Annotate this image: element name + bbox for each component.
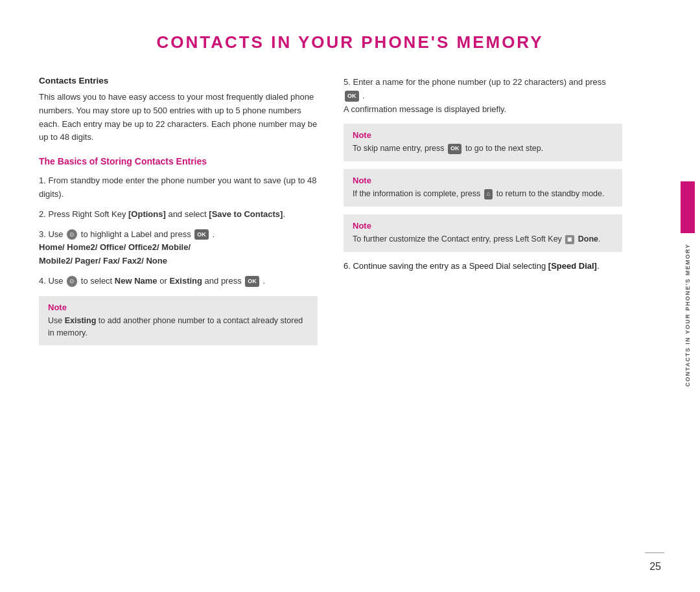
note-box-right-3: Note To further customize the Contact en… [344, 214, 622, 252]
note-left-existing: Existing [65, 316, 97, 325]
steps-list-right: 5. Enter a name for the phone number (up… [344, 76, 622, 116]
note-text-r2: If the information is complete, press ⌂ … [353, 188, 613, 200]
note-label-r3: Note [353, 221, 613, 231]
step-2-number: 2. [39, 209, 48, 219]
note-label-left: Note [48, 302, 309, 312]
right-sidebar: CONTACTS IN YOUR PHONE'S MEMORY [675, 0, 700, 592]
two-column-layout: Contacts Entries This allows you to have… [39, 76, 661, 353]
ok-icon-note1: OK [448, 144, 462, 154]
step-2-bold2: [Save to Contacts] [209, 209, 283, 219]
done-label-note3: Done [578, 234, 598, 244]
note-box-right-1: Note To skip name entry, press OK to go … [344, 124, 622, 161]
done-icon-note3: ▣ [565, 235, 574, 244]
step-3: 3. Use ⊙ to highlight a Label and press … [39, 228, 318, 268]
intro-paragraph: This allows you to have easy access to y… [39, 91, 318, 144]
note-text-left: Use Existing to add another phone number… [48, 315, 309, 339]
right-column: 5. Enter a name for the phone number (up… [344, 76, 622, 353]
sidebar-text: CONTACTS IN YOUR PHONE'S MEMORY [684, 244, 691, 387]
page-divider [645, 552, 664, 553]
step-6-text: Continue saving the entry as a Speed Dia… [353, 261, 599, 271]
step-2-bold1: [Options] [128, 209, 166, 219]
note-box-left: Note Use Existing to add another phone n… [39, 296, 318, 346]
step-1-number: 1. [39, 176, 48, 185]
note-label-r1: Note [353, 130, 613, 140]
page-container: CONTACTS IN YOUR PHONE'S MEMORY Contacts… [0, 0, 700, 592]
step-6-number: 6. [344, 261, 353, 271]
ok-icon-5: OK [345, 91, 359, 101]
sidebar-pink-bar [681, 181, 695, 233]
step-5-number: 5. [344, 77, 353, 87]
end-icon-note2: ⌂ [484, 189, 493, 199]
step-3-text: Use ⊙ to highlight a Label and press OK … [39, 229, 215, 266]
step-2-text: Press Right Soft Key [Options] and selec… [48, 209, 285, 219]
note-box-right-2: Note If the information is complete, pre… [344, 169, 622, 207]
ok-icon-4: OK [245, 276, 259, 286]
note-text-r1: To skip name entry, press OK to go to th… [353, 142, 613, 155]
nav-icon-3: ⊙ [67, 229, 77, 240]
steps-list-left: 1. From standby mode enter the phone num… [39, 174, 318, 288]
page-title: CONTACTS IN YOUR PHONE'S MEMORY [39, 26, 661, 52]
step-4: 4. Use ⊙ to select New Name or Existing … [39, 275, 318, 288]
contacts-entries-heading: Contacts Entries [39, 76, 318, 85]
step-6-container: 6. Continue saving the entry as a Speed … [344, 261, 622, 271]
step-5-text: Enter a name for the phone number (up to… [344, 77, 606, 114]
note-text-r3: To further customize the Contact entry, … [353, 233, 613, 245]
step-5: 5. Enter a name for the phone number (up… [344, 76, 622, 116]
ok-icon-3: OK [194, 229, 209, 240]
step-1: 1. From standby mode enter the phone num… [39, 174, 318, 201]
left-column: Contacts Entries This allows you to have… [39, 76, 318, 353]
step-1-text: From standby mode enter the phone number… [39, 176, 317, 199]
step-4-text: Use ⊙ to select New Name or Existing and… [48, 276, 265, 286]
step-4-bold1: New Name [115, 276, 158, 286]
note-label-r2: Note [353, 176, 613, 185]
step-6-bold: [Speed Dial] [548, 261, 597, 271]
step-4-bold2: Existing [169, 276, 202, 286]
subsection-title: The Basics of Storing Contacts Entries [39, 156, 318, 166]
step-2: 2. Press Right Soft Key [Options] and se… [39, 208, 318, 222]
step-4-number: 4. [39, 276, 48, 286]
step-3-number: 3. [39, 229, 48, 239]
page-number: 25 [649, 561, 661, 573]
step-3-labels: Home/ Home2/ Office/ Office2/ Mobile/Mob… [39, 242, 191, 266]
nav-icon-4: ⊙ [67, 276, 77, 286]
